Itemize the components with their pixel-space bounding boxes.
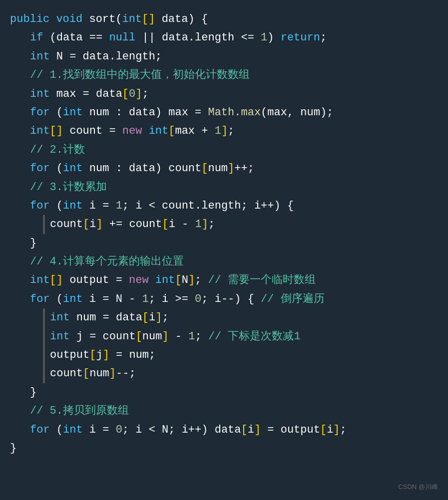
- fn-sort: sort: [89, 10, 115, 28]
- code-line-23: for ( int i = 0 ; i < N; i++) data [ i ]…: [10, 421, 433, 439]
- gutter-bar-2: [43, 308, 45, 327]
- gutter-bar-4: [43, 346, 45, 364]
- code-line-6: for ( int num : data) max = Math.max (ma…: [10, 103, 433, 122]
- code-line-1: public void sort ( int [] data) {: [10, 10, 433, 28]
- code-line-13: }: [10, 234, 433, 252]
- code-line-3: int N = data.length;: [10, 47, 433, 66]
- gutter-bar-5: [43, 364, 45, 383]
- keyword-public: public: [10, 10, 49, 28]
- code-line-22: // 5.拷贝到原数组: [10, 402, 433, 420]
- code-line-12: count [ i ] += count [ i - 1 ] ;: [10, 215, 433, 234]
- code-line-5: int max = data [ 0 ] ;: [10, 85, 433, 103]
- code-line-2: if (data == null || data.length <= 1 ) r…: [10, 28, 433, 47]
- code-line-19: output [ j ] = num;: [10, 346, 433, 364]
- gutter-bar: [43, 215, 45, 234]
- code-line-16: for ( int i = N - 1 ; i >= 0 ; i--) { //…: [10, 290, 433, 308]
- code-line-18: int j = count [ num ] - 1 ; // 下标是次数减1: [10, 327, 433, 346]
- code-line-14: // 4.计算每个元素的输出位置: [10, 252, 433, 271]
- watermark: CSDN @川峰: [398, 482, 438, 493]
- code-line-15: int [] output = new int [ N ] ; // 需要一个临…: [10, 271, 433, 289]
- code-line-10: // 3.计数累加: [10, 178, 433, 197]
- code-line-21: }: [10, 383, 433, 402]
- code-line-8: // 2.计数: [10, 141, 433, 159]
- code-block: public void sort ( int [] data) { if (da…: [0, 0, 448, 500]
- code-line-24: }: [10, 439, 433, 458]
- code-line-17: int num = data [ i ] ;: [10, 308, 433, 327]
- keyword-void: void: [56, 10, 82, 28]
- gutter-bar-3: [43, 327, 45, 346]
- code-line-4: // 1.找到数组中的最大值，初始化计数数组: [10, 66, 433, 84]
- code-line-11: for ( int i = 1 ; i < count.length; i++)…: [10, 197, 433, 215]
- code-line-9: for ( int num : data) count [ num ] ++;: [10, 159, 433, 178]
- code-line-20: count [ num ] --;: [10, 364, 433, 383]
- code-line-7: int [] count = new int [ max + 1 ] ;: [10, 122, 433, 140]
